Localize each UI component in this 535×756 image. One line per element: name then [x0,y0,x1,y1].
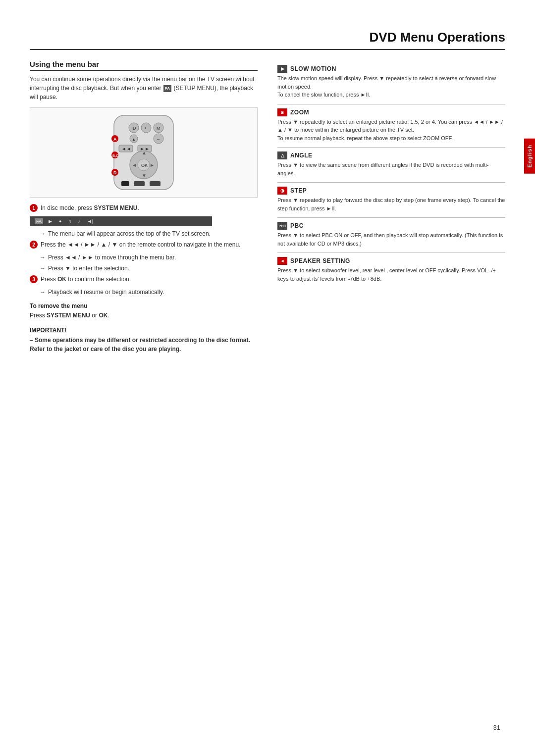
svg-text:◄◄: ◄◄ [121,146,131,151]
menubar-item-4: 4 [67,219,72,224]
step-1-number: 1 [30,204,38,212]
svg-text:◄: ◄ [132,162,137,168]
step-3: 3 Press OK to confirm the selection. [30,275,258,284]
menubar-item-play: ▶ [47,219,54,224]
svg-text:▼: ▼ [142,173,147,178]
zoom-title: ZOOM [290,109,309,116]
page-container: English DVD Menu Operations Using the me… [0,0,535,756]
pbc-title: PBC [290,222,304,229]
svg-text:M: M [157,126,160,131]
step-2-content: Press the ◄◄ / ►► / ▲ / ▼ on the remote … [41,240,240,249]
angle-body: Press ▼ to view the same scene from diff… [277,161,505,177]
svg-rect-23 [134,181,145,186]
arrow-2: → Press ◄◄ / ►► to move through the menu… [30,253,258,262]
slow-motion-body: The slow motion speed will display. Pres… [277,74,505,91]
angle-header: △ ANGLE [277,151,505,159]
remote-svg: D + M – ▲ ◄◄ ►► [94,113,193,192]
arrow-1-text: The menu bar will appear across the top … [48,229,211,238]
slow-motion-cancel: To cancel the slow function, press ►II. [277,91,505,99]
important-line2: Refer to the jacket or care of the disc … [30,346,181,353]
slow-motion-header: ▶ Slow Motion [277,65,505,73]
svg-text:D: D [113,170,117,175]
step-1: 1 In disc mode, press SYSTEM MENU. [30,203,258,212]
system-menu-bold: SYSTEM MENU [47,312,90,319]
pbc-icon: PBC [277,222,287,230]
svg-text:A: A [113,137,117,142]
pbc-body: Press ▼ to select PBC ON or OFF, and the… [277,231,505,248]
remove-menu-heading: To remove the menu [30,302,258,309]
zoom-resume: To resume normal playback, repeat the ab… [277,134,505,143]
arrow-bullet-1: → [40,229,46,238]
page-title: DVD Menu Operations [30,30,505,50]
arrow-1: → The menu bar will appear across the to… [30,229,258,238]
menubar-item-sym1: ♪ [76,219,82,224]
pbc-header: PBC PBC [277,222,505,230]
step-1-content: In disc mode, press SYSTEM MENU. [41,203,139,212]
ok-bold: OK [99,312,107,319]
speaker-setting-title: SPEAKER SETTING [290,257,350,264]
divider-4 [277,217,505,218]
step-3-number: 3 [30,275,38,283]
divider-5 [277,252,505,253]
svg-text:OK: OK [141,163,148,168]
speaker-setting-header: ◄ SPEAKER SETTING [277,257,505,265]
speaker-setting-section: ◄ SPEAKER SETTING Press ▼ to select subw… [277,257,505,283]
arrow-3-text: Press ▼ to enter the selection. [48,264,129,273]
step-3-content: Press OK to confirm the selection. [41,275,131,284]
important-text: – Some operations may be different or re… [30,336,258,353]
zoom-section: ◙ ZOOM Press ▼ repeatedly to select an e… [277,108,505,143]
step-feature-title: STEP [290,187,307,194]
step-3-ok-bold: OK [57,276,66,283]
section-heading: Using the menu bar [30,60,258,71]
svg-text:D: D [133,126,136,131]
zoom-icon: ◙ [277,108,287,116]
svg-text:+: + [144,126,147,131]
angle-icon: △ [277,151,287,159]
right-column: ▶ Slow Motion The slow motion speed will… [277,60,505,353]
arrow-4: → Playback will resume or begin automati… [30,288,258,297]
intro-paragraph: You can continue some operations directl… [30,75,258,101]
divider-2 [277,147,505,148]
arrow-3: → Press ▼ to enter the selection. [30,264,258,273]
step-2-number: 2 [30,241,38,249]
slow-motion-section: ▶ Slow Motion The slow motion speed will… [277,65,505,99]
svg-text:▲: ▲ [132,137,136,142]
remote-image: D + M – ▲ ◄◄ ►► [30,107,258,198]
arrow-4-text: Playback will resume or begin automatica… [48,288,164,297]
slow-motion-icon: ▶ [277,65,287,73]
svg-text:B,C: B,C [112,154,118,158]
divider-1 [277,104,505,104]
setup-icon: FA [163,85,171,92]
important-line1: – Some operations may be different or re… [30,337,250,344]
angle-section: △ ANGLE Press ▼ to view the same scene f… [277,151,505,177]
svg-rect-22 [121,181,129,186]
svg-text:▲: ▲ [142,150,147,155]
step-feature-header: ◑ STEP [277,187,505,195]
language-tab: English [524,139,535,174]
step-feature-section: ◑ STEP Press ▼ repeatedly to play forwar… [277,187,505,212]
zoom-header: ◙ ZOOM [277,108,505,116]
svg-text:–: – [157,137,160,142]
arrow-bullet-3: → [40,264,46,273]
step-2: 2 Press the ◄◄ / ►► / ▲ / ▼ on the remot… [30,240,258,249]
pbc-section: PBC PBC Press ▼ to select PBC ON or OFF,… [277,222,505,248]
step-feature-icon: ◑ [277,187,287,195]
important-heading: IMPORTANT! [30,327,258,334]
menubar-item-dot: ● [57,219,63,224]
left-column: Using the menu bar You can continue some… [30,60,258,353]
remove-menu-text: Press SYSTEM MENU or OK. [30,311,258,320]
step-feature-body: Press ▼ repeatedly to play forward the d… [277,196,505,212]
speaker-setting-body: Press ▼ to select subwoofer level, rear … [277,266,505,283]
step-1-bold: SYSTEM MENU [94,204,137,211]
menubar-item-sym2: ◄| [86,219,94,224]
speaker-setting-icon: ◄ [277,257,287,265]
menubar-illustration: FA ▶ ● 4 ♪ ◄| [30,216,212,226]
svg-rect-24 [150,181,160,186]
divider-3 [277,182,505,183]
arrow-bullet-2: → [40,253,46,262]
zoom-body: Press ▼ repeatedly to select an enlarged… [277,118,505,134]
page-number: 31 [493,724,500,731]
main-layout: Using the menu bar You can continue some… [30,60,505,353]
arrow-2-text: Press ◄◄ / ►► to move through the menu b… [48,253,176,262]
svg-text:►: ► [150,162,155,168]
